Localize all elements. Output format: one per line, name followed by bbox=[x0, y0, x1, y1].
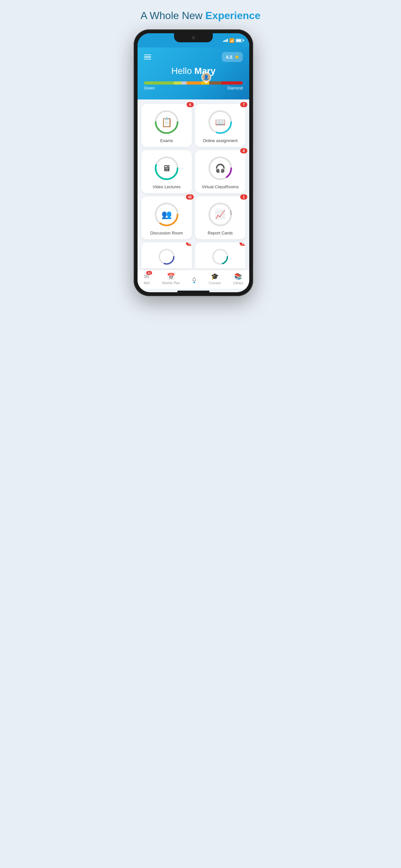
cards-grid: 6 📋 Exams 7 bbox=[142, 104, 245, 239]
card-partial-left[interactable]: 31 bbox=[142, 243, 192, 268]
card-online-assignment[interactable]: 7 📖 Online assignment bbox=[195, 104, 245, 147]
progress-bar-container: 👤 65% bbox=[144, 82, 243, 90]
card-report-cards[interactable]: 1 📈 Report Cards bbox=[195, 196, 245, 239]
circle-report-cards: 📈 bbox=[207, 202, 233, 227]
circle-discussion-room: 👥 bbox=[154, 202, 180, 227]
badge-online-assignment: 7 bbox=[240, 102, 247, 107]
content-area: 6 📋 Exams 7 bbox=[137, 99, 249, 268]
title-normal: A Whole New bbox=[141, 10, 205, 21]
avatar-pin bbox=[205, 82, 208, 84]
progress-label-left: Green bbox=[144, 86, 155, 90]
circle-virtual-classrooms: 🎧 bbox=[207, 155, 233, 181]
status-bar: 📶 bbox=[137, 33, 249, 48]
progress-gray bbox=[181, 82, 186, 85]
badge-virtual-classrooms: 8 bbox=[240, 148, 247, 153]
circle-video-lectures: 🖥 bbox=[154, 155, 180, 181]
progress-label-right: Diamond bbox=[227, 86, 243, 90]
nav-home[interactable]: ⌂ bbox=[192, 275, 196, 283]
partial-cards-grid: 31 13 bbox=[142, 243, 245, 268]
label-discussion-room: Discussion Room bbox=[150, 230, 183, 236]
nav-label-weekly-plan: Weekly Plan bbox=[162, 281, 180, 285]
progress-lime bbox=[174, 82, 181, 85]
weekly-plan-icon: 📅 bbox=[167, 273, 175, 280]
badge-partial-left: 31 bbox=[186, 243, 192, 246]
wifi-icon: 📶 bbox=[229, 38, 235, 43]
rating-badge: 4.5 ★ bbox=[222, 52, 243, 62]
card-partial-right[interactable]: 13 bbox=[195, 243, 245, 268]
phone-screen: 📶 4.5 ★ bbox=[137, 33, 249, 292]
nav-weekly-plan[interactable]: 📅 Weekly Plan bbox=[162, 273, 180, 285]
nav-label-courses: Courses bbox=[209, 281, 220, 285]
circle-exams: 📋 bbox=[154, 109, 180, 135]
card-exams[interactable]: 6 📋 Exams bbox=[142, 104, 192, 147]
title-highlight: Experience bbox=[205, 10, 260, 21]
battery-icon bbox=[236, 39, 243, 42]
status-icons: 📶 bbox=[223, 38, 243, 43]
courses-icon: 🎓 bbox=[211, 273, 219, 280]
greeting: Hello Mary bbox=[144, 66, 243, 76]
label-video-lectures: Video Lectures bbox=[153, 184, 181, 189]
label-online-assignment: Online assignment bbox=[203, 138, 238, 143]
signal-icon bbox=[223, 39, 228, 42]
nav-label-library: Library bbox=[233, 281, 243, 285]
card-video-lectures[interactable]: 🖥 Video Lectures bbox=[142, 150, 192, 193]
label-exams: Exams bbox=[160, 138, 173, 143]
page-title: A Whole New Experience bbox=[134, 10, 267, 22]
badge-exams: 6 bbox=[187, 102, 194, 107]
home-indicator-bar bbox=[177, 290, 210, 292]
library-icon: 📚 bbox=[234, 273, 242, 280]
progress-red bbox=[221, 82, 243, 85]
star-icon: ★ bbox=[235, 54, 239, 60]
progress-percent-label: 65% bbox=[204, 71, 209, 74]
label-report-cards: Report Cards bbox=[208, 230, 233, 236]
ring-svg-partial-left bbox=[155, 248, 178, 266]
card-virtual-classrooms[interactable]: 8 🎧 Virtual ClassRooms bbox=[195, 150, 245, 193]
nav-library[interactable]: 📚 Library bbox=[233, 273, 243, 285]
bottom-nav: ✉ 11 Mail 📅 Weekly Plan ⌂ 🎓 bbox=[137, 270, 249, 289]
card-discussion-room[interactable]: 45 👥 Discussion Room bbox=[142, 196, 192, 239]
label-virtual-classrooms: Virtual ClassRooms bbox=[202, 184, 239, 189]
badge-partial-right: 13 bbox=[240, 243, 245, 246]
nav-courses[interactable]: 🎓 Courses bbox=[209, 273, 220, 285]
progress-green bbox=[144, 82, 174, 85]
app-header: 4.5 ★ Hello Mary 👤 65% bbox=[137, 48, 249, 99]
nav-label-mail: Mail bbox=[144, 281, 150, 285]
nav-badge-mail: 11 bbox=[146, 271, 152, 275]
greeting-normal: Hello bbox=[172, 66, 195, 76]
badge-discussion-room: 45 bbox=[186, 194, 194, 199]
nav-mail[interactable]: ✉ 11 Mail bbox=[144, 273, 150, 285]
circle-online-assignment: 📖 bbox=[207, 109, 233, 135]
rating-value: 4.5 bbox=[226, 54, 233, 60]
camera bbox=[192, 36, 195, 39]
progress-orange bbox=[187, 82, 202, 85]
progress-track bbox=[144, 82, 243, 85]
notch bbox=[174, 33, 213, 42]
phone-shell: 📶 4.5 ★ bbox=[134, 29, 253, 296]
ring-svg-partial-right bbox=[209, 248, 232, 266]
progress-labels: Green Diamond bbox=[144, 86, 243, 90]
badge-report-cards: 1 bbox=[240, 194, 247, 199]
menu-button[interactable] bbox=[144, 55, 151, 60]
